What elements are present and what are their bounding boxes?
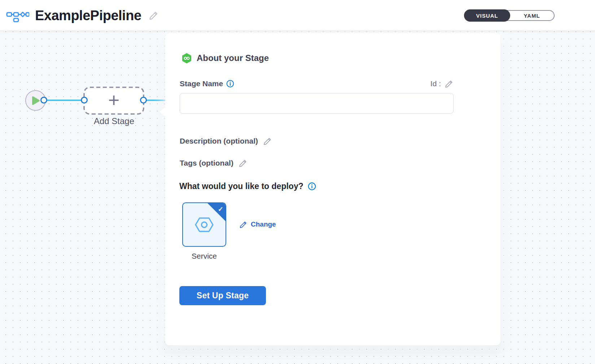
deploy-question-row: What would you like to deploy?: [179, 180, 316, 192]
description-label: Description (optional): [180, 137, 258, 145]
change-link-label: Change: [251, 220, 276, 228]
toggle-visual[interactable]: VISUAL: [464, 9, 510, 22]
tags-label: Tags (optional): [180, 159, 233, 167]
add-stage-node[interactable]: +: [83, 87, 144, 115]
stage-setup-panel: About your Stage Stage Name Id :: [165, 33, 500, 345]
service-card[interactable]: ✓: [182, 202, 226, 247]
pipeline-canvas: + Add Stage About your Stage Stage Name: [0, 31, 595, 364]
edit-id-icon[interactable]: [445, 79, 454, 88]
edit-pencil-icon: [239, 220, 248, 229]
change-deploy-type-link[interactable]: Change: [239, 219, 276, 229]
panel-heading: About your Stage: [181, 53, 269, 63]
view-toggle[interactable]: VISUAL YAML: [464, 10, 555, 21]
stage-name-label: Stage Name: [180, 79, 223, 88]
check-icon: ✓: [218, 205, 223, 213]
pipeline-graph-icon: [6, 8, 29, 23]
edit-tags-icon[interactable]: [239, 159, 248, 168]
stage-name-row: Stage Name Id :: [180, 78, 454, 89]
connector-port[interactable]: [81, 97, 88, 104]
toggle-yaml[interactable]: YAML: [510, 11, 554, 20]
info-icon[interactable]: [226, 80, 234, 88]
stage-name-input[interactable]: [180, 93, 454, 114]
description-row: Description (optional): [180, 136, 272, 146]
panel-arrow: [159, 107, 166, 117]
panel-heading-label: About your Stage: [197, 53, 269, 63]
connector-port[interactable]: [40, 97, 47, 104]
pipeline-title-group: ExamplePipeline: [6, 0, 159, 31]
connector-port[interactable]: [140, 97, 147, 104]
cd-stage-icon: [181, 53, 192, 63]
stage-id-label: Id :: [430, 79, 441, 88]
edit-description-icon[interactable]: [263, 137, 272, 146]
service-card-label: Service: [175, 252, 233, 260]
page-title: ExamplePipeline: [35, 8, 141, 23]
deploy-question-label: What would you like to deploy?: [179, 181, 303, 191]
pipeline-studio: ExamplePipeline VISUAL YAML: [0, 0, 595, 364]
info-icon[interactable]: [308, 182, 316, 190]
play-icon: [31, 96, 40, 106]
header: ExamplePipeline VISUAL YAML: [0, 0, 595, 31]
edit-title-icon[interactable]: [149, 10, 159, 21]
add-stage-label: Add Stage: [78, 116, 150, 126]
setup-stage-button[interactable]: Set Up Stage: [179, 286, 266, 305]
tags-row: Tags (optional): [180, 158, 248, 168]
plus-icon: +: [83, 86, 144, 114]
